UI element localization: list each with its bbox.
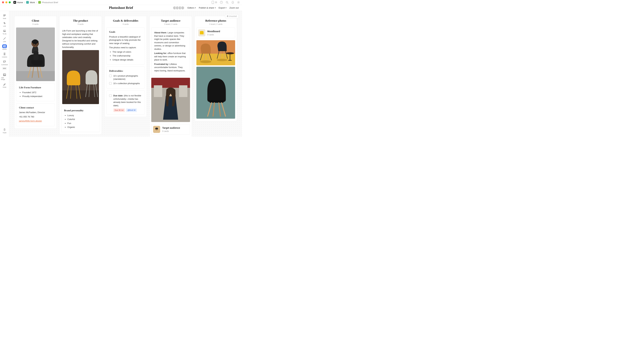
audience-board-link[interactable]: Target audience 0 cards xyxy=(151,124,190,135)
audience-card[interactable]: About them: Large companies that have a … xyxy=(151,27,190,76)
checkbox[interactable] xyxy=(109,75,112,77)
tablet-icon xyxy=(211,1,214,4)
pencil-icon xyxy=(2,82,7,86)
mood-sub: 0 cards xyxy=(207,33,220,36)
tool-addimage-label: Add image xyxy=(1,77,8,80)
link-icon xyxy=(2,21,7,25)
crumb-current[interactable]: Photoshoot Brief xyxy=(38,1,58,4)
device-badge[interactable]: 21 xyxy=(211,1,217,4)
minimize-window[interactable] xyxy=(5,1,8,3)
column-product[interactable]: The product 3 cards Life Form are launch… xyxy=(59,16,102,135)
gear-icon[interactable] xyxy=(237,1,240,4)
tool-comment[interactable]: Comment xyxy=(1,59,8,66)
export-dropdown[interactable]: Export ▾ xyxy=(219,6,226,9)
product-blurb-card[interactable]: Life Form are launching a new line of hi… xyxy=(61,27,100,104)
tool-note[interactable]: Note xyxy=(1,13,8,20)
window-controls xyxy=(2,1,11,3)
audience-image-card[interactable] xyxy=(151,78,190,122)
tool-comment-label: Comment xyxy=(1,64,8,65)
deliv-heading: Deliverables: xyxy=(109,69,142,73)
image-icon xyxy=(2,73,7,77)
chevron-down-icon: ▾ xyxy=(226,7,226,9)
brand-bullet: Luxury xyxy=(68,114,97,117)
column-sub: 3 cards xyxy=(16,23,55,25)
column-goals[interactable]: Goals & deliverables 3 cards Goals Produ… xyxy=(104,16,147,117)
crumb-work-label: Work xyxy=(30,1,35,4)
tool-add-image[interactable]: Add image xyxy=(1,72,8,81)
crumb-home[interactable]: M Home xyxy=(14,1,23,4)
tool-rail: Note Link To-do Line Board Column Comm xyxy=(0,11,9,137)
crumb-work[interactable]: Work xyxy=(26,1,35,4)
checkbox[interactable] xyxy=(109,82,112,85)
tool-column[interactable]: Column xyxy=(1,51,8,59)
note-icon xyxy=(2,13,7,17)
due-date-card[interactable]: Due date: (this is not flexible unfortun… xyxy=(106,90,145,114)
editors-dropdown[interactable]: Editors ▾ xyxy=(188,6,196,9)
board-icon xyxy=(2,44,7,48)
unsorted-badge[interactable]: 0 Unsorted xyxy=(225,14,239,18)
tool-line-label: Line xyxy=(3,41,6,42)
titlebar: M Home / Work / Photoshoot Brief 21 ? xyxy=(0,0,242,5)
column-sub: 3 cards xyxy=(61,23,100,25)
tool-more[interactable]: ••• xyxy=(2,67,7,70)
column-icon xyxy=(2,52,7,56)
publish-label: Publish & share xyxy=(199,6,214,9)
tool-board[interactable]: Board xyxy=(1,44,8,51)
svg-rect-43 xyxy=(154,85,162,97)
company-bullet: Proudly independant xyxy=(22,95,52,98)
goals-bullet: Unique design details xyxy=(112,58,142,61)
frustrated-label: Frustrated by: xyxy=(154,63,169,65)
deliv-item[interactable]: 10 x product photographs (standalone) xyxy=(109,74,142,81)
goals-p1: Produce a beautiful catalogue of photogr… xyxy=(109,35,142,45)
home-icon: M xyxy=(14,1,16,4)
company-heading: Life Form Furniture xyxy=(19,86,52,89)
column-reference[interactable]: Reference photos 1 board, 2 cards Moodbo… xyxy=(194,16,237,121)
search-icon[interactable] xyxy=(226,1,228,4)
column-sub: 1 board, 2 cards xyxy=(196,23,235,25)
canvas[interactable]: 0 Unsorted Client 3 cards xyxy=(9,11,242,137)
product-blurb: Life Form are launching a new line of hi… xyxy=(62,29,99,49)
comment-icon xyxy=(2,60,7,63)
board-link-title: Target audience xyxy=(162,126,180,130)
bell-icon[interactable] xyxy=(231,1,234,4)
about-text: : Large companies that have a creative t… xyxy=(154,31,185,50)
publish-dropdown[interactable]: Publish & share ▾ xyxy=(199,6,216,9)
tool-link-label: Link xyxy=(3,25,6,27)
unsorted-label: Unsorted xyxy=(228,15,237,17)
brand-personality-card[interactable]: Brand personality Luxury Colorful Fun Or… xyxy=(61,106,100,132)
tool-line[interactable]: Line xyxy=(1,36,8,43)
client-company-card[interactable]: Life Form Furniture Founded 1972 Proudly… xyxy=(16,83,55,101)
mention-chip[interactable]: @Brett W xyxy=(126,108,137,112)
goals-card[interactable]: Goals Produce a beautiful catalogue of p… xyxy=(106,27,145,64)
client-contact-card[interactable]: Client contact James McFadden, Director … xyxy=(16,103,55,126)
tool-draw[interactable]: Draw xyxy=(1,82,8,89)
doc-title[interactable]: Photoshoot Brief xyxy=(109,6,133,10)
help-icon[interactable]: ? xyxy=(220,1,223,4)
doc-icon xyxy=(38,1,41,4)
goals-p2: The photos need to capture: xyxy=(109,46,142,49)
close-window[interactable] xyxy=(2,1,4,3)
moodboard-link[interactable]: Moodboard 0 cards xyxy=(196,27,235,38)
zoom-out-button[interactable]: Zoom out xyxy=(230,6,239,9)
tool-trash[interactable]: Trash xyxy=(1,127,8,135)
deliv-item[interactable]: 10 x collection photographs xyxy=(109,82,142,85)
deliverables-card[interactable]: Deliverables: 10 x product photographs (… xyxy=(106,66,145,88)
client-image-card[interactable] xyxy=(16,27,55,81)
presence-avatars[interactable] xyxy=(174,6,184,10)
tool-todo[interactable]: To-do xyxy=(1,28,8,36)
reference-image-1[interactable] xyxy=(196,40,235,119)
tool-link[interactable]: Link xyxy=(1,21,8,28)
brand-bullet: Fun xyxy=(68,122,97,125)
column-client[interactable]: Client 3 cards xyxy=(14,16,57,129)
due-chip[interactable]: Due 30 Jul xyxy=(113,108,125,112)
maximize-window[interactable] xyxy=(9,1,11,3)
brand-bullet: Colorful xyxy=(68,118,97,121)
checkbox[interactable] xyxy=(109,94,112,97)
due-label: Due date: xyxy=(113,94,123,97)
due-text: Due date: (this is not flexible unfortun… xyxy=(113,94,142,107)
svg-point-20 xyxy=(4,74,4,75)
contact-email-link[interactable]: james@life-form.design xyxy=(19,120,42,122)
goals-bullet: The craftsmanship xyxy=(112,54,142,57)
column-audience[interactable]: Target audience 1 board, 2 cards About t… xyxy=(150,16,192,137)
column-sub: 3 cards xyxy=(106,23,145,25)
